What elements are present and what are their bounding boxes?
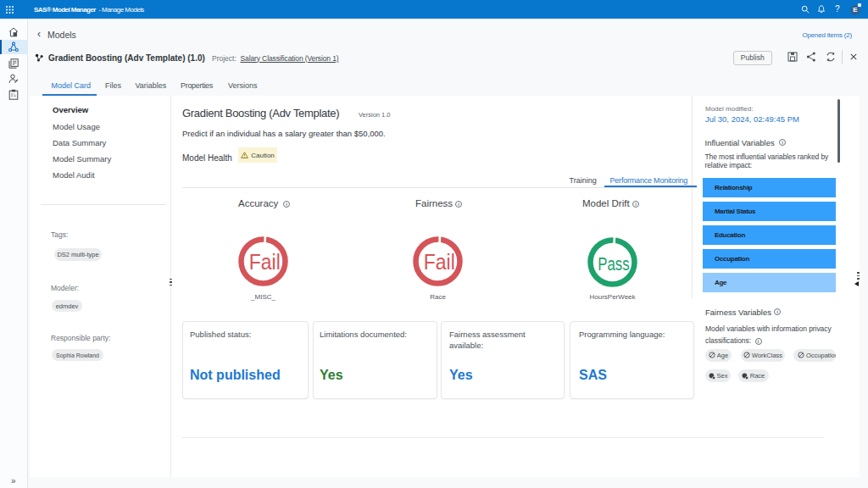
svg-text:Pass: Pass bbox=[598, 252, 630, 274]
svg-text:Fail: Fail bbox=[249, 249, 281, 274]
svg-text:Fail: Fail bbox=[424, 249, 455, 274]
